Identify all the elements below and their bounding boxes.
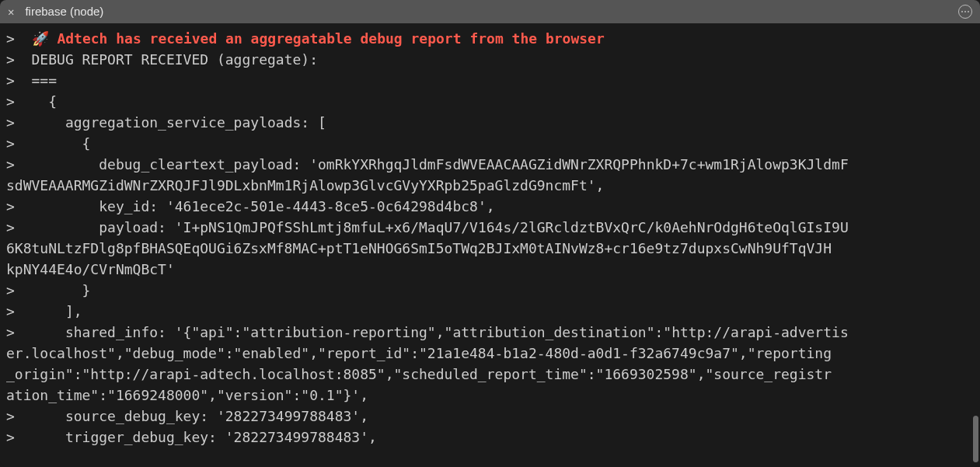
output-line-wrap: er.localhost","debug_mode":"enabled","re…	[3, 343, 977, 364]
log-text: ===	[32, 72, 58, 89]
output-line: > aggregation_service_payloads: [	[3, 112, 977, 133]
log-text: er.localhost","debug_mode":"enabled","re…	[6, 345, 832, 361]
log-text: trigger_debug_key: '282273499788483',	[32, 429, 377, 445]
output-line: > {	[3, 133, 977, 154]
output-line: > DEBUG REPORT RECEIVED (aggregate):	[3, 49, 977, 70]
output-line: > trigger_debug_key: '282273499788483',	[3, 427, 977, 448]
log-text: {	[32, 93, 58, 110]
terminal-output: > 🚀 Adtech has received an aggregatable …	[0, 23, 980, 467]
output-line-wrap: sdWVEAAARMGZidWNrZXRQJFJl9DLxbnMm1RjAlow…	[3, 175, 977, 196]
output-line-wrap: 6K8tuNLtzFDlg8pfBHASQEqOUGi6ZsxMf8MAC+pt…	[3, 238, 977, 259]
log-text: {	[32, 135, 91, 152]
scrollbar-thumb[interactable]	[973, 416, 978, 462]
prompt-char: >	[6, 30, 15, 47]
tab-bar: ✕ firebase (node)	[0, 0, 980, 23]
log-text: source_debug_key: '282273499788483',	[32, 408, 368, 424]
log-text: kpNY44E4o/CVrNmQBcT'	[6, 261, 175, 277]
log-text: key_id: '461ece2c-501e-4443-8ce5-0c64298…	[32, 198, 495, 214]
rocket-icon: 🚀	[32, 30, 58, 47]
headline-text: Adtech has received an aggregatable debu…	[57, 30, 604, 47]
log-text: payload: 'I+pNS1QmJPQfSShLmtj8mfuL+x6/Ma…	[32, 219, 849, 235]
output-line: > }	[3, 280, 977, 301]
output-line: > ],	[3, 301, 977, 322]
log-text: shared_info: '{"api":"attribution-report…	[32, 324, 849, 340]
log-text: ation_time":"1669248000","version":"0.1"…	[6, 387, 368, 403]
output-line: > debug_cleartext_payload: 'omRkYXRhgqJl…	[3, 154, 977, 175]
output-line: > {	[3, 91, 977, 112]
output-line: > ===	[3, 70, 977, 91]
output-line-wrap: kpNY44E4o/CVrNmQBcT'	[3, 259, 977, 280]
log-text: aggregation_service_payloads: [	[32, 114, 326, 131]
output-line: > 🚀 Adtech has received an aggregatable …	[3, 28, 977, 49]
log-text: ],	[32, 303, 82, 319]
output-line-wrap: _origin":"http://arapi-adtech.localhost:…	[3, 364, 977, 385]
tab-title[interactable]: firebase (node)	[25, 3, 103, 21]
log-text: }	[32, 282, 91, 298]
output-line: > shared_info: '{"api":"attribution-repo…	[3, 322, 977, 343]
log-text: 6K8tuNLtzFDlg8pfBHASQEqOUGi6ZsxMf8MAC+pt…	[6, 240, 832, 256]
output-line: > key_id: '461ece2c-501e-4443-8ce5-0c642…	[3, 196, 977, 217]
output-line-wrap: ation_time":"1669248000","version":"0.1"…	[3, 385, 977, 406]
log-text: debug_cleartext_payload: 'omRkYXRhgqJldm…	[32, 156, 849, 173]
log-text: _origin":"http://arapi-adtech.localhost:…	[6, 366, 832, 382]
more-menu-icon[interactable]	[958, 5, 972, 19]
output-line: > source_debug_key: '282273499788483',	[3, 406, 977, 427]
close-icon[interactable]: ✕	[8, 6, 14, 17]
log-text: sdWVEAAARMGZidWNrZXRQJFJl9DLxbnMm1RjAlow…	[6, 177, 604, 193]
output-line: > payload: 'I+pNS1QmJPQfSShLmtj8mfuL+x6/…	[3, 217, 977, 238]
log-text: DEBUG REPORT RECEIVED (aggregate):	[32, 51, 318, 68]
ellipsis-icon	[961, 11, 969, 12]
